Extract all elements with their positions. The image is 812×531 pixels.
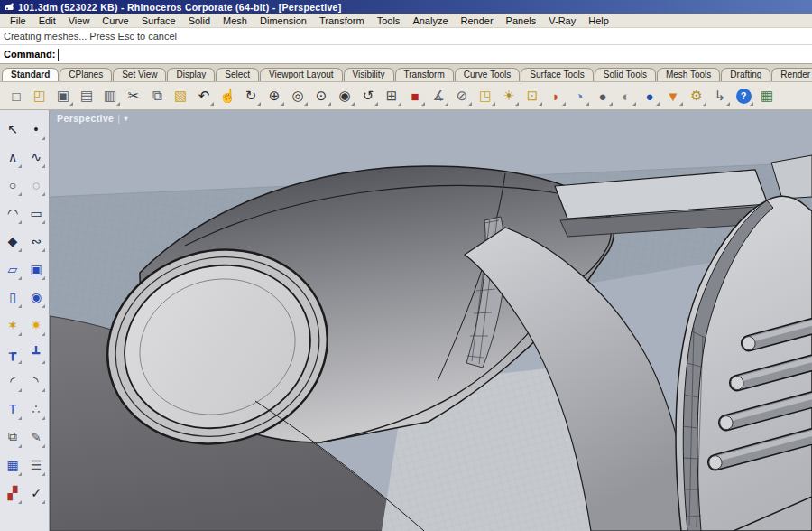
zoom-window-button[interactable]: ◎ — [286, 85, 309, 107]
menu-dimension[interactable]: Dimension — [254, 15, 313, 26]
wireframe-sphere-button[interactable]: ● — [591, 85, 614, 107]
tab-mesh-tools[interactable]: Mesh Tools — [657, 68, 720, 81]
undo-button[interactable]: ↶ — [192, 85, 216, 107]
tab-cplanes[interactable]: CPlanes — [60, 68, 112, 81]
named-view-icon: ◳ — [479, 88, 492, 104]
render-preview-button[interactable]: ▦ — [755, 85, 779, 107]
polyline-button[interactable]: ∧ — [1, 143, 24, 171]
measure-angle-button[interactable]: ∡ — [427, 85, 450, 107]
menu-view[interactable]: View — [62, 15, 97, 26]
sphere-icon: ◉ — [31, 290, 42, 304]
save-button[interactable]: ▣ — [51, 85, 75, 107]
menu-render[interactable]: Render — [455, 15, 500, 26]
menu-solid[interactable]: Solid — [182, 15, 217, 26]
menu-transform[interactable]: Transform — [313, 15, 371, 26]
car-tool-button[interactable]: ■ — [403, 85, 427, 107]
tab-drafting[interactable]: Drafting — [721, 68, 770, 81]
color-wheel-button[interactable]: ◔ — [567, 85, 591, 107]
rotate-view-button[interactable]: ↻ — [239, 85, 263, 107]
copy-button[interactable]: ⧉ — [145, 85, 169, 107]
command-line[interactable]: Command: — [0, 45, 812, 64]
section-button[interactable]: ▞ — [1, 479, 24, 507]
tab-curve-tools[interactable]: Curve Tools — [455, 68, 521, 81]
menu-analyze[interactable]: Analyze — [406, 15, 454, 26]
explode-button[interactable]: ✷ — [24, 311, 48, 339]
menu-edit[interactable]: Edit — [32, 15, 62, 26]
cylinder-button[interactable]: ▯ — [1, 283, 24, 311]
tab-display[interactable]: Display — [167, 68, 215, 81]
history-button[interactable]: ↳ — [708, 85, 732, 107]
polygon-button[interactable]: ◆ — [1, 227, 24, 255]
edit-points-button[interactable]: ∴ — [24, 395, 48, 423]
split-button[interactable]: ┻ — [24, 339, 48, 367]
arc-button[interactable]: ◠ — [1, 199, 24, 227]
viewport-layout-button[interactable]: ⊞ — [380, 85, 403, 107]
mesh-box-button[interactable]: ▦ — [1, 451, 24, 479]
trim-button[interactable]: ┲ — [1, 339, 24, 367]
open-file-button[interactable]: ◰ — [28, 85, 51, 107]
control-point-curve-button[interactable]: ∿ — [24, 143, 48, 171]
zoom-dynamic-button[interactable]: ⊕ — [263, 85, 286, 107]
text-button[interactable]: T — [1, 395, 24, 423]
circle-button[interactable]: ○ — [1, 171, 24, 199]
viewport-dropdown-icon[interactable]: ▾ — [125, 115, 128, 123]
options-gears-button[interactable]: ⚙ — [685, 85, 708, 107]
tab-set-view[interactable]: Set View — [113, 68, 166, 81]
single-point-button[interactable]: • — [24, 115, 48, 143]
tab-viewport-layout[interactable]: Viewport Layout — [260, 68, 343, 81]
tab-surface-tools[interactable]: Surface Tools — [521, 68, 593, 81]
menu-surface[interactable]: Surface — [135, 15, 182, 26]
tab-render-tools[interactable]: Render Tools — [771, 68, 812, 81]
circle-icon: ○ — [9, 178, 16, 192]
cut-button[interactable]: ✂ — [122, 85, 145, 107]
menu-panels[interactable]: Panels — [500, 15, 543, 26]
box-button[interactable]: ▣ — [24, 255, 48, 283]
viewport-title-separator: | — [117, 113, 120, 124]
tab-select[interactable]: Select — [216, 68, 259, 81]
tab-solid-tools[interactable]: Solid Tools — [595, 68, 656, 81]
select-button[interactable]: ↖ — [1, 115, 24, 143]
vray-cone-button[interactable]: ▼ — [661, 85, 685, 107]
named-view-button[interactable]: ◳ — [474, 85, 497, 107]
sphere-button[interactable]: ◉ — [24, 283, 48, 311]
vray-material-button[interactable]: ◗ — [544, 85, 567, 107]
menu-v-ray[interactable]: V-Ray — [542, 15, 582, 26]
zoom-selected-button[interactable]: ⊙ — [309, 85, 333, 107]
boolean-union-button[interactable]: ✶ — [1, 311, 24, 339]
fillet-button[interactable]: ◜ — [1, 367, 24, 395]
help-button[interactable]: ? — [732, 85, 755, 107]
surface-from-points-button[interactable]: ▱ — [1, 255, 24, 283]
lock-button[interactable]: ⊡ — [521, 85, 544, 107]
new-file-button[interactable]: □ — [5, 85, 28, 107]
viewport-title-menu[interactable]: Perspective | ▾ — [57, 113, 128, 124]
shaded-sphere-button[interactable]: ◐ — [614, 85, 638, 107]
block-button[interactable]: ⧉ — [1, 423, 24, 451]
menu-curve[interactable]: Curve — [96, 15, 134, 26]
menu-help[interactable]: Help — [582, 15, 615, 26]
paint-button[interactable]: ✎ — [24, 423, 48, 451]
fillet-icon: ◜ — [10, 374, 14, 388]
lights-button[interactable]: ☀ — [497, 85, 521, 107]
print-button[interactable]: ▤ — [75, 85, 98, 107]
export-selected-button[interactable]: ▥ — [98, 85, 122, 107]
array-button[interactable]: ☰ — [24, 451, 48, 479]
menu-file[interactable]: File — [4, 15, 32, 26]
paste-button[interactable]: ▧ — [169, 85, 192, 107]
rectangle-button[interactable]: ▭ — [24, 199, 48, 227]
check-button[interactable]: ✓ — [24, 479, 48, 507]
menu-mesh[interactable]: Mesh — [217, 15, 254, 26]
zoom-extents-button[interactable]: ◉ — [333, 85, 356, 107]
undo-view-change-button[interactable]: ↺ — [356, 85, 380, 107]
wireframe-sphere-icon: ● — [598, 88, 606, 104]
cplane-button[interactable]: ⊘ — [450, 85, 474, 107]
tab-visibility[interactable]: Visibility — [344, 68, 394, 81]
pan-button[interactable]: ☝ — [216, 85, 239, 107]
tab-transform[interactable]: Transform — [395, 68, 454, 81]
menu-tools[interactable]: Tools — [371, 15, 407, 26]
viewport-perspective[interactable]: Perspective | ▾ — [50, 110, 812, 531]
tab-standard[interactable]: Standard — [2, 68, 59, 81]
freeform-curve-button[interactable]: ∾ — [24, 227, 48, 255]
rendered-sphere-button[interactable]: ● — [638, 85, 661, 107]
blend-button[interactable]: ◝ — [24, 367, 48, 395]
ellipse-button[interactable]: ◌ — [24, 171, 48, 199]
